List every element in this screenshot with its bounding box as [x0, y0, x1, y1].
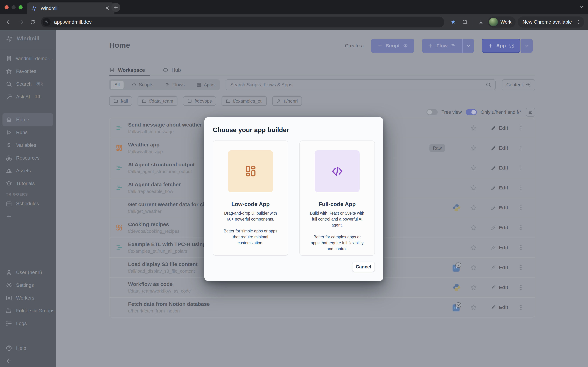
edit-button[interactable]: Edit — [491, 205, 508, 211]
tree-view-toggle[interactable] — [426, 109, 438, 115]
pencil-icon — [491, 165, 496, 171]
forward-button[interactable] — [16, 17, 26, 27]
refresh-button[interactable] — [28, 17, 38, 27]
cancel-button[interactable]: Cancel — [352, 262, 375, 272]
sidebar-item[interactable]: Ask AI ⌘L — [2, 90, 53, 103]
create-flow-button[interactable]: Flow — [422, 39, 462, 53]
sidebar-bottom-item[interactable]: Workers — [2, 292, 53, 304]
sidebar-nav-item[interactable]: Variables — [2, 139, 53, 151]
search-input[interactable] — [230, 82, 483, 88]
item-menu-button[interactable] — [518, 224, 524, 231]
sidebar-item[interactable]: Search ⌘k — [2, 78, 53, 90]
sidebar-trigger-item[interactable]: Schedules — [2, 197, 53, 210]
sidebar-nav-item[interactable]: Resources — [2, 151, 53, 164]
item-menu-button[interactable] — [518, 264, 524, 271]
tab-workspace[interactable]: Workspace — [109, 65, 150, 75]
edit-button[interactable]: Edit — [491, 225, 508, 231]
tab-search-chevron-icon[interactable] — [579, 4, 584, 10]
collapse-sidebar-button[interactable] — [2, 354, 53, 367]
list-item[interactable]: Fetch data from Notion database u/henri/… — [110, 298, 535, 317]
only-mine-toggle[interactable] — [466, 109, 477, 115]
item-menu-button[interactable] — [518, 145, 524, 151]
type-segmented-control: All Scripts Flows Apps — [109, 79, 220, 90]
extensions-icon[interactable] — [460, 17, 469, 27]
item-title: Workflow as code — [128, 281, 191, 287]
create-script-button[interactable]: Script — [371, 39, 414, 53]
sidebar-item-help[interactable]: Help — [2, 342, 53, 354]
item-menu-button[interactable] — [518, 165, 524, 171]
app-dropdown-button[interactable] — [521, 39, 533, 53]
segment-option[interactable]: All — [111, 81, 123, 89]
item-menu-button[interactable] — [518, 304, 524, 311]
chrome-update-button[interactable]: New Chrome available — [518, 17, 584, 28]
list-filter-button[interactable] — [526, 108, 535, 117]
browser-tab[interactable]: Windmill — [26, 2, 114, 14]
item-menu-button[interactable] — [518, 244, 524, 251]
item-menu-button[interactable] — [518, 284, 524, 291]
favorite-star-icon[interactable] — [470, 304, 477, 311]
edit-button[interactable]: Edit — [491, 285, 508, 290]
favorite-star-icon[interactable] — [470, 244, 477, 251]
folder-chip[interactable]: f/examples_etl — [222, 96, 267, 106]
sidebar-trigger-item[interactable] — [2, 210, 53, 223]
edit-button[interactable]: Edit — [491, 265, 508, 270]
downloads-icon[interactable] — [476, 17, 486, 27]
edit-button[interactable]: Edit — [491, 165, 508, 171]
windmill-logo[interactable]: Windmill — [5, 35, 39, 43]
sidebar-bottom-item[interactable]: Folders & Groups — [2, 304, 53, 317]
item-menu-button[interactable] — [518, 204, 524, 211]
edit-button[interactable]: Edit — [491, 125, 508, 131]
favorite-star-icon[interactable] — [470, 224, 477, 231]
bookmark-star-icon[interactable] — [449, 17, 458, 27]
folder-chip[interactable]: u/henri — [272, 96, 302, 106]
flow-dropdown-button[interactable] — [462, 39, 474, 53]
favorite-star-icon[interactable] — [470, 204, 477, 211]
favorite-star-icon[interactable] — [470, 125, 477, 132]
segment-option[interactable]: Apps — [193, 81, 218, 89]
edit-button[interactable]: Edit — [491, 145, 508, 151]
create-app-button[interactable]: App — [482, 39, 520, 53]
edit-button[interactable]: Edit — [491, 185, 508, 191]
folder-chip[interactable]: f/all — [109, 96, 132, 106]
new-tab-button[interactable] — [111, 3, 121, 12]
favorite-star-icon[interactable] — [470, 184, 477, 191]
sidebar-bottom-item[interactable]: Logs — [2, 317, 53, 330]
folder-chip[interactable]: f/data_team — [138, 96, 177, 106]
favorite-star-icon[interactable] — [470, 284, 477, 291]
sidebar-nav-item[interactable]: Tutorials — [2, 177, 53, 190]
pyramid-icon — [6, 167, 12, 174]
segment-option[interactable]: Scripts — [128, 81, 157, 89]
boxes-icon — [6, 155, 12, 161]
tsbun-icon: TS — [453, 303, 461, 311]
close-tab-icon[interactable] — [105, 5, 111, 11]
sidebar-nav-item[interactable]: Assets — [2, 164, 53, 177]
sidebar-bottom-item[interactable]: User (henri) — [2, 266, 53, 279]
maximize-window-button[interactable] — [18, 5, 23, 9]
folder-chip[interactable]: f/devops — [183, 96, 216, 106]
tab-hub[interactable]: Hub — [163, 65, 186, 75]
segment-option[interactable]: Flows — [161, 81, 189, 89]
favorite-star-icon[interactable] — [470, 264, 477, 271]
sidebar-bottom-item[interactable]: Settings — [2, 279, 53, 292]
content-search-button[interactable]: Content — [502, 79, 535, 90]
close-window-button[interactable] — [5, 5, 9, 9]
browser-menu-icon[interactable] — [575, 18, 582, 25]
edit-button[interactable]: Edit — [491, 305, 508, 310]
edit-button[interactable]: Edit — [491, 245, 508, 250]
item-menu-button[interactable] — [518, 125, 524, 131]
favorite-star-icon[interactable] — [470, 165, 477, 171]
sidebar-item[interactable]: windmill-demo-... — [2, 52, 53, 65]
profile-button[interactable]: Work — [488, 17, 516, 28]
item-menu-button[interactable] — [518, 184, 524, 191]
favorite-star-icon[interactable] — [470, 144, 477, 151]
sidebar-nav-item[interactable]: Home — [2, 113, 53, 126]
search-icon — [485, 82, 491, 88]
url-bar[interactable]: app.windmill.dev — [41, 17, 444, 27]
builder-option-card[interactable]: Full-code App Build with React or Svelte… — [299, 141, 375, 256]
site-settings-button[interactable] — [43, 18, 51, 26]
sidebar-nav-item[interactable]: Runs — [2, 126, 53, 139]
sidebar-item[interactable]: Favorites — [2, 65, 53, 78]
back-button[interactable] — [4, 17, 14, 27]
minimize-window-button[interactable] — [12, 5, 16, 9]
builder-option-card[interactable]: Low-code App Drag-and-drop UI builder wi… — [213, 141, 288, 256]
